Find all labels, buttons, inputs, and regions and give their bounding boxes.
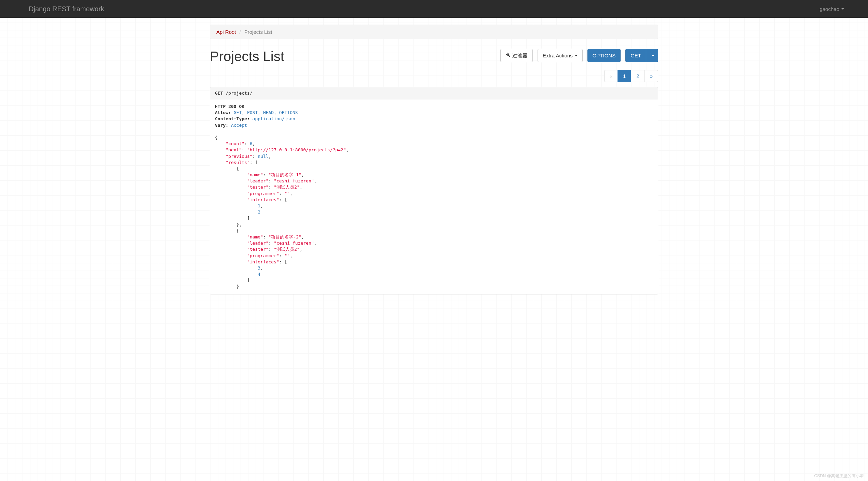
breadcrumb-projects-list: Projects List <box>236 29 272 35</box>
user-dropdown[interactable]: gaochao <box>819 6 865 12</box>
page-title: Projects List <box>210 49 284 64</box>
page-prev[interactable]: « <box>604 70 618 82</box>
filter-label: 过滤器 <box>512 52 528 59</box>
get-button[interactable]: GET <box>625 49 646 62</box>
response-block: HTTP 200 OK Allow: GET, POST, HEAD, OPTI… <box>210 99 658 294</box>
request-path: /projects/ <box>226 91 252 96</box>
request-method: GET <box>215 91 223 96</box>
caret-down-icon <box>652 55 654 56</box>
page-header: Projects List 过滤器 Extra Actions OPTIONS … <box>210 49 658 64</box>
page-1[interactable]: 1 <box>618 70 631 82</box>
toolbar: 过滤器 Extra Actions OPTIONS GET <box>500 49 658 62</box>
extra-actions-button[interactable]: Extra Actions <box>538 49 583 62</box>
username-label: gaochao <box>819 6 839 12</box>
page-2[interactable]: 2 <box>631 70 645 82</box>
navbar: Django REST framework gaochao <box>0 0 868 18</box>
breadcrumb: Api Root Projects List <box>210 25 658 39</box>
pagination: « 1 2 » <box>210 70 658 82</box>
options-button[interactable]: OPTIONS <box>587 49 621 62</box>
wrench-icon <box>505 52 510 59</box>
filter-button[interactable]: 过滤器 <box>500 49 533 62</box>
response-body: HTTP 200 OK Allow: GET, POST, HEAD, OPTI… <box>215 104 653 290</box>
brand-link[interactable]: Django REST framework <box>29 5 104 13</box>
caret-down-icon <box>841 8 844 10</box>
request-line: GET /projects/ <box>210 87 658 99</box>
get-dropdown-button[interactable] <box>646 49 658 62</box>
caret-down-icon <box>575 55 578 56</box>
get-button-group: GET <box>625 49 658 62</box>
extra-actions-label: Extra Actions <box>543 52 573 59</box>
page-next[interactable]: » <box>645 70 658 82</box>
breadcrumb-api-root[interactable]: Api Root <box>216 29 236 35</box>
